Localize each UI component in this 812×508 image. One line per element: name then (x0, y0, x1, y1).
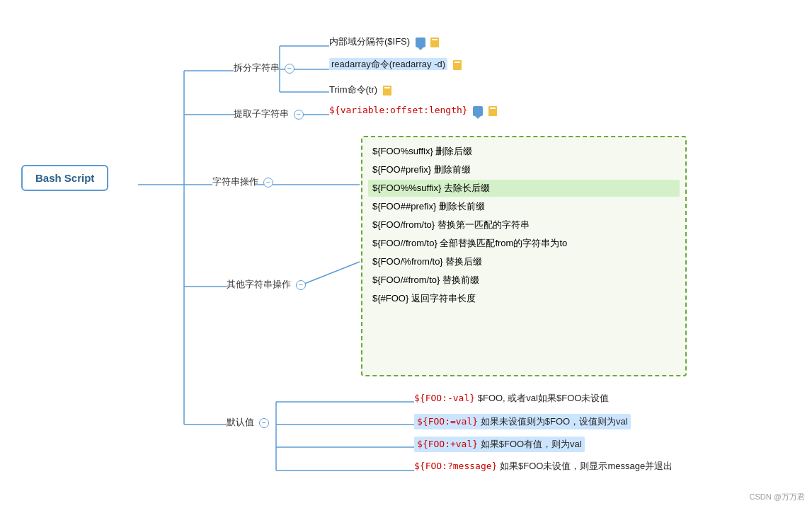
leaf-trim: Trim命令(tr) (329, 83, 391, 96)
root-node: Bash Script (21, 165, 108, 191)
collapse-split[interactable]: − (285, 64, 295, 74)
branch-split: 拆分字符串 − (234, 62, 295, 74)
branch-string-ops: 字符串操作 − (212, 175, 273, 188)
green-row-7: ${FOO/%from/to} 替换后缀 (368, 253, 680, 270)
leaf-default-2: ${FOO:=val} 如果未设值则为$FOO，设值则为val (414, 414, 631, 429)
comment-icon-extract[interactable] (473, 106, 483, 116)
green-row-5: ${FOO/from/to} 替换第一匹配的字符串 (368, 217, 680, 233)
leaf-default-3: ${FOO:+val} 如果$FOO有值，则为val (414, 437, 585, 452)
string-operations-box: ${FOO%suffix} 删除后缀 ${FOO#prefix} 删除前缀 ${… (361, 136, 687, 376)
green-row-4: ${FOO##prefix} 删除长前缀 (368, 198, 680, 215)
green-row-6: ${FOO//from/to} 全部替换匹配from的字符串为to (368, 235, 680, 252)
leaf-readarray: readarray命令(readarray -d) (329, 58, 462, 71)
leaf-default-4: ${FOO:?message} 如果$FOO未设值，则显示message并退出 (414, 460, 673, 473)
collapse-other-ops[interactable]: − (296, 280, 306, 290)
leaf-ifs: 内部域分隔符($IFS) (329, 35, 439, 48)
green-row-9: ${#FOO} 返回字符串长度 (368, 290, 680, 307)
doc-icon-extract[interactable] (488, 106, 497, 116)
green-row-3: ${FOO%%suffix} 去除长后缀 (368, 180, 680, 197)
doc-icon-readarray[interactable] (453, 60, 462, 70)
collapse-default[interactable]: − (259, 418, 269, 428)
leaf-default-1: ${FOO:-val} $FOO, 或者val如果$FOO未设值 (414, 392, 609, 405)
leaf-extract: ${variable:offset:length} (329, 105, 497, 116)
collapse-string-ops[interactable]: − (263, 178, 273, 187)
collapse-extract[interactable]: − (294, 110, 304, 120)
svg-line-12 (297, 262, 360, 287)
green-row-8: ${FOO/#from/to} 替换前缀 (368, 272, 680, 289)
green-row-2: ${FOO#prefix} 删除前缀 (368, 161, 680, 178)
branch-default: 默认值 − (227, 416, 269, 429)
branch-extract: 提取子字符串 − (234, 108, 304, 120)
comment-icon[interactable] (416, 37, 425, 47)
branch-other-ops: 其他字符串操作 − (227, 278, 306, 291)
doc-icon-trim[interactable] (383, 86, 391, 96)
green-row-1: ${FOO%suffix} 删除后缀 (368, 143, 680, 160)
watermark: CSDN @万万君 (750, 492, 805, 502)
doc-icon[interactable] (430, 37, 439, 47)
